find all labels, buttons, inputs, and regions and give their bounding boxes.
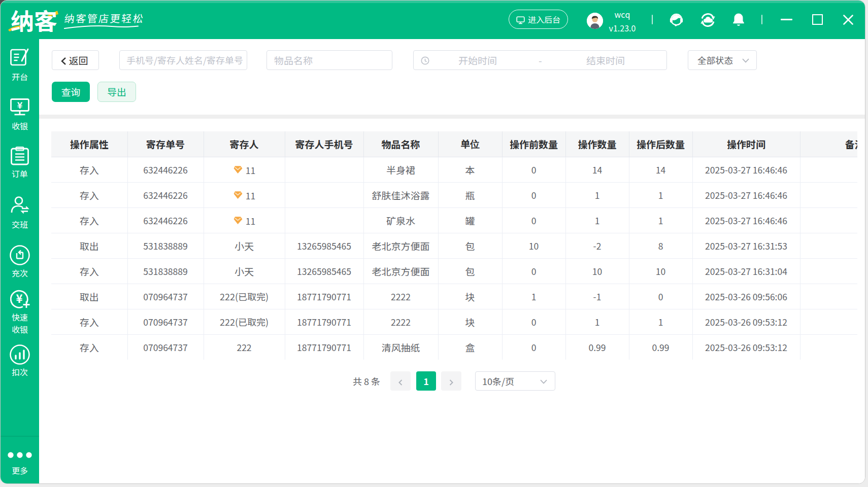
svg-text:¥: ¥ xyxy=(16,290,23,306)
svg-text:¥: ¥ xyxy=(17,98,23,111)
